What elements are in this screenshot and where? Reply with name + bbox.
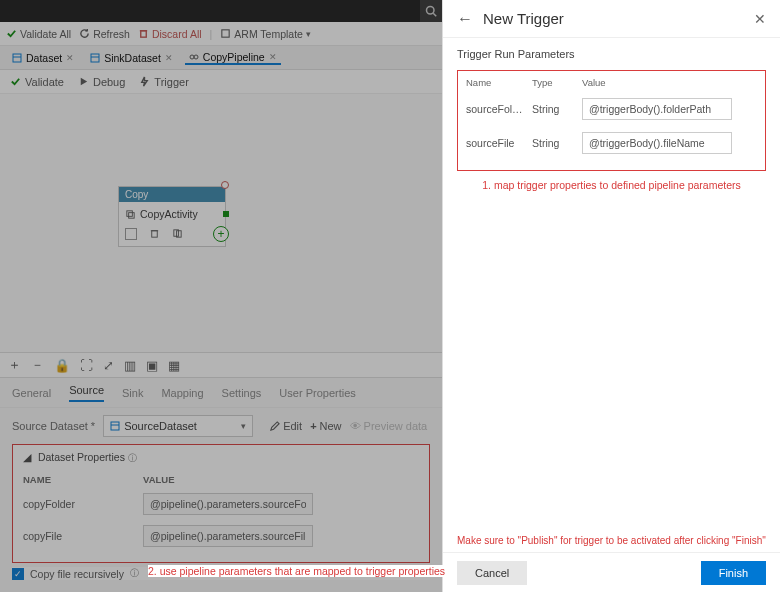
annotation-2: 2. use pipeline parameters that are mapp… [148,565,445,577]
source-dataset-label: Source Dataset * [12,420,95,432]
svg-rect-12 [127,210,132,216]
source-dataset-select[interactable]: SourceDataset ▾ [103,415,253,437]
copy-recursively-checkbox[interactable]: ✓ [12,568,24,580]
label: Debug [93,76,125,88]
tab-label: SinkDataset [104,52,161,64]
align-icon[interactable]: ▣ [146,358,158,373]
canvas-zoom-toolbar: ＋ － 🔒 ⛶ ⤢ ▥ ▣ ▦ [0,352,442,378]
param-name: sourceFile [466,137,532,149]
zoom-out-icon[interactable]: － [31,356,44,374]
tab-sink[interactable]: Sink [122,387,143,399]
debug-button[interactable]: Debug [78,76,125,88]
svg-rect-4 [222,30,229,37]
grid-icon[interactable]: ▦ [168,358,180,373]
edit-button[interactable]: Edit [269,420,302,432]
tab-mapping[interactable]: Mapping [161,387,203,399]
svg-rect-5 [13,54,21,62]
back-icon[interactable]: ← [457,10,473,28]
tab-source[interactable]: Source [69,384,104,402]
col-header: Type [532,77,582,88]
param-value-input[interactable] [143,493,313,515]
layout-icon[interactable]: ▥ [124,358,136,373]
table-icon [110,421,120,431]
svg-rect-2 [141,31,147,37]
expand-toggle-icon[interactable]: ◢ [23,451,31,463]
toolbar-label: ARM Template [234,28,303,40]
delete-icon[interactable] [149,228,160,239]
param-name: copyFile [23,520,143,552]
col-value-header: VALUE [143,471,419,488]
info-icon[interactable]: ⓘ [130,567,139,580]
svg-point-10 [194,55,198,59]
annotation-1: 1. map trigger properties to defined pip… [457,179,766,191]
close-icon[interactable]: ✕ [165,53,173,63]
table-icon [12,53,22,63]
activity-config-tabs: General Source Sink Mapping Settings Use… [0,378,442,408]
svg-point-9 [190,55,194,59]
param-type: String [532,137,582,149]
app-top-bar [0,0,442,22]
close-icon[interactable]: ✕ [66,53,74,63]
new-button[interactable]: + New [310,420,341,432]
select-value: SourceDataset [124,420,197,432]
copy-icon [125,209,136,220]
checkbox-label: Copy file recursively [30,568,124,580]
svg-marker-11 [81,78,87,85]
search-icon[interactable] [420,0,442,22]
add-output-icon[interactable]: + [213,226,229,242]
tab-sinkdataset[interactable]: SinkDataset ✕ [86,52,177,64]
table-row: sourceFile String [466,126,757,160]
editor-tabs: Dataset ✕ SinkDataset ✕ CopyPipeline ✕ [0,46,442,70]
close-icon[interactable]: ✕ [754,11,766,27]
pipeline-icon [189,52,199,62]
zoom-in-icon[interactable]: ＋ [8,356,21,374]
info-icon[interactable]: ⓘ [128,453,137,463]
svg-point-0 [427,7,435,15]
validate-all-button[interactable]: Validate All [6,28,71,40]
discard-all-button[interactable]: Discard All [138,28,202,40]
refresh-button[interactable]: Refresh [79,28,130,40]
copy-activity-node[interactable]: Copy CopyActivity + [118,186,226,247]
fit-icon[interactable]: ⛶ [80,358,93,373]
copy-node-icon[interactable] [172,228,183,239]
svg-line-1 [433,13,436,16]
arm-template-dropdown[interactable]: ARM Template ▾ [220,28,311,40]
param-value-input[interactable] [582,132,732,154]
tab-general[interactable]: General [12,387,51,399]
param-type: String [532,103,582,115]
section-title: Dataset Properties [38,451,125,463]
svg-rect-14 [152,231,158,237]
trigger-button[interactable]: Trigger [139,76,188,88]
node-action-icon[interactable] [125,228,137,240]
table-icon [90,53,100,63]
param-name: copyFolder [23,488,143,520]
preview-button[interactable]: 👁 Preview data [350,420,428,432]
svg-rect-13 [129,212,135,218]
validate-button[interactable]: Validate [10,76,64,88]
tab-user-properties[interactable]: User Properties [279,387,355,399]
table-row: copyFolder [23,488,419,520]
publish-note: Make sure to "Publish" for trigger to be… [443,535,780,552]
param-value-input[interactable] [582,98,732,120]
col-name-header: NAME [23,471,143,488]
label: Trigger [154,76,188,88]
main-toolbar: Validate All Refresh Discard All | ARM T… [0,22,442,46]
tab-copypipeline[interactable]: CopyPipeline ✕ [185,51,281,65]
node-header: Copy [119,187,225,202]
pipeline-canvas[interactable]: Copy CopyActivity + [0,94,442,352]
finish-button[interactable]: Finish [701,561,766,585]
dataset-properties-box: ◢ Dataset Properties ⓘ NAME VALUE copyFo… [12,444,430,563]
param-value-input[interactable] [143,525,313,547]
toolbar-label: Discard All [152,28,202,40]
error-indicator-icon [221,181,229,189]
panel-title: New Trigger [483,10,754,27]
cancel-button[interactable]: Cancel [457,561,527,585]
label: Preview data [364,420,428,432]
tab-settings[interactable]: Settings [222,387,262,399]
tab-dataset[interactable]: Dataset ✕ [8,52,78,64]
connector-icon[interactable] [223,211,229,217]
node-name: CopyActivity [140,208,198,220]
expand-icon[interactable]: ⤢ [103,358,114,373]
lock-icon[interactable]: 🔒 [54,358,70,373]
close-icon[interactable]: ✕ [269,52,277,62]
